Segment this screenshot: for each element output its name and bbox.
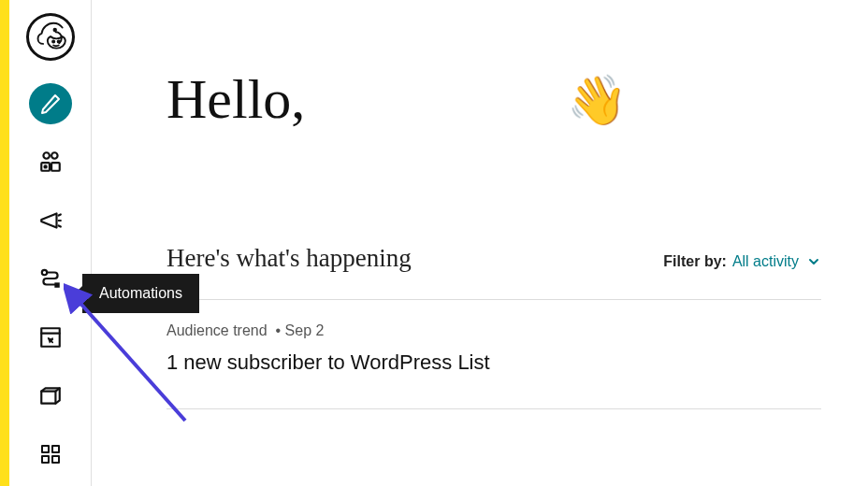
svg-point-0	[53, 29, 56, 32]
svg-point-3	[43, 153, 50, 160]
brand-logo[interactable]	[26, 13, 75, 61]
svg-rect-12	[52, 446, 59, 452]
meta-separator: •	[276, 322, 282, 338]
svg-point-2	[57, 41, 59, 43]
main-content: Hello, 👋 Here's what's happening Filter …	[166, 0, 868, 409]
nav-website[interactable]	[29, 317, 72, 359]
filter-value-text: All activity	[732, 253, 799, 270]
svg-rect-11	[42, 446, 49, 452]
activity-meta: Audience trend • Sep 2	[166, 322, 821, 339]
svg-rect-6	[51, 163, 60, 171]
nav-audience[interactable]	[29, 141, 72, 183]
grid-icon	[39, 443, 62, 465]
megaphone-icon	[38, 208, 63, 233]
nav-tooltip: Automations	[82, 274, 199, 313]
activity-filter: Filter by: All activity	[663, 253, 821, 270]
happening-row: Here's what's happening Filter by: All a…	[166, 244, 821, 273]
chevron-down-icon	[806, 254, 821, 269]
activity-title: 1 new subscriber to WordPress List	[166, 350, 821, 375]
accent-strip	[0, 0, 9, 486]
tooltip-label: Automations	[99, 285, 182, 301]
nav-create[interactable]	[29, 83, 72, 125]
website-icon	[38, 325, 63, 350]
nav-integrations[interactable]	[29, 434, 72, 476]
content-studio-icon	[38, 383, 63, 407]
svg-rect-10	[41, 328, 60, 347]
sidebar	[9, 0, 92, 486]
svg-point-1	[52, 41, 54, 43]
svg-point-4	[51, 153, 58, 160]
svg-rect-9	[54, 283, 59, 288]
happening-heading: Here's what's happening	[166, 244, 412, 273]
pencil-icon	[39, 93, 62, 115]
nav-content[interactable]	[29, 375, 72, 417]
filter-label: Filter by:	[663, 253, 727, 270]
svg-rect-13	[42, 456, 49, 463]
divider	[166, 408, 821, 409]
divider	[166, 299, 821, 300]
audience-icon	[38, 150, 63, 174]
svg-rect-14	[52, 456, 59, 463]
automations-icon	[38, 266, 63, 291]
activity-item[interactable]: Audience trend • Sep 2 1 new subscriber …	[166, 322, 821, 375]
wave-emoji: 👋	[567, 76, 628, 124]
nav-automations[interactable]	[29, 258, 72, 300]
svg-point-7	[44, 166, 46, 168]
filter-dropdown[interactable]: All activity	[732, 253, 821, 270]
activity-category: Audience trend	[166, 322, 268, 338]
greeting-row: Hello, 👋	[166, 67, 821, 132]
activity-date: Sep 2	[285, 322, 325, 338]
freddie-logo-icon	[33, 19, 68, 54]
greeting-text: Hello,	[166, 67, 305, 132]
nav-campaigns[interactable]	[29, 200, 72, 242]
